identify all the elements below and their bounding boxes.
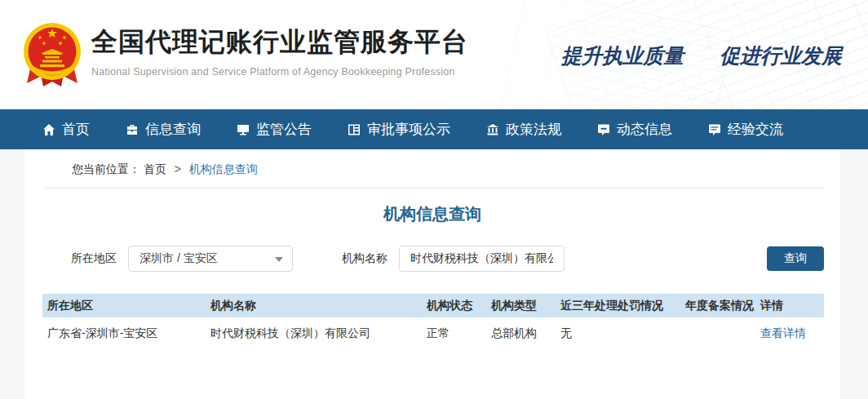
col-filing: 年度备案情况 [680,294,755,317]
national-emblem-logo [20,20,84,88]
region-select[interactable]: 深圳市 / 宝安区 [128,246,293,272]
col-region: 所在地区 [42,294,206,317]
nav-item-experience-exchange[interactable]: 经验交流 [708,120,783,139]
site-header: 全国代理记账行业监管服务平台 National Supervision and … [0,0,868,109]
view-detail-link[interactable]: 查看详情 [760,326,806,339]
nav-item-policies[interactable]: 政策法规 [486,120,561,139]
breadcrumb-separator: > [175,162,181,175]
cell-penalty: 无 [556,317,680,350]
region-select-value: 深圳市 / 宝安区 [140,251,218,266]
col-type: 机构类型 [486,294,556,317]
main-nav: 首页 信息查询 监管公告 审批事项公示 政策法规 动态信息 经验交流 [0,109,868,149]
nav-item-info-query[interactable]: 信息查询 [126,120,201,139]
page-title: 机构信息查询 [24,203,840,225]
cell-detail: 查看详情 [755,317,824,350]
search-form: 所在地区 深圳市 / 宝安区 机构名称 查询 [24,246,840,272]
bulletin-board-icon [348,123,361,136]
nav-item-dynamic-info[interactable]: 动态信息 [597,120,672,139]
cell-org-name: 时代财税科技（深圳）有限公司 [206,317,422,350]
bank-icon [486,123,499,136]
nav-item-supervision-notice[interactable]: 监管公告 [237,120,312,139]
table-row: 广东省-深圳市-宝安区 时代财税科技（深圳）有限公司 正常 总部机构 无 查看详… [42,317,824,350]
col-status: 机构状态 [422,294,486,317]
chevron-down-icon [275,257,283,262]
chat-bubble-icon [708,123,721,136]
site-subtitle: National Supervision and Service Platfor… [91,66,468,78]
cell-type: 总部机构 [486,317,556,350]
nav-item-home[interactable]: 首页 [42,120,90,139]
col-penalty: 近三年处理处罚情况 [556,294,680,317]
content-card: 您当前位置： 首页 > 机构信息查询 机构信息查询 所在地区 深圳市 / 宝安区… [24,149,840,399]
col-detail: 详情 [755,294,824,317]
org-name-label: 机构名称 [342,251,388,266]
comment-minus-icon [597,123,610,136]
org-name-input[interactable] [399,246,565,272]
slogan-left: 提升执业质量 [561,42,684,69]
breadcrumb-divider [45,188,824,188]
breadcrumb-current-link[interactable]: 机构信息查询 [189,162,258,175]
header-slogan: 提升执业质量 促进行业发展 [561,42,842,69]
breadcrumb: 您当前位置： 首页 > 机构信息查询 [24,149,840,188]
nav-item-approval-publicity[interactable]: 审批事项公示 [348,120,450,139]
search-button[interactable]: 查询 [767,246,824,271]
breadcrumb-prefix: 您当前位置： [72,162,140,175]
briefcase-icon [126,123,139,136]
col-org-name: 机构名称 [206,294,422,317]
table-header-row: 所在地区 机构名称 机构状态 机构类型 近三年处理处罚情况 年度备案情况 详情 [42,294,824,317]
site-title: 全国代理记账行业监管服务平台 [91,24,468,60]
cell-filing [680,317,755,350]
home-icon [42,123,55,136]
page-background: 您当前位置： 首页 > 机构信息查询 机构信息查询 所在地区 深圳市 / 宝安区… [0,149,868,399]
breadcrumb-home-link[interactable]: 首页 [144,162,166,175]
monitor-icon [237,123,250,136]
results-table: 所在地区 机构名称 机构状态 机构类型 近三年处理处罚情况 年度备案情况 详情 … [42,294,824,350]
cell-status: 正常 [422,317,486,350]
slogan-right: 促进行业发展 [720,42,842,69]
region-label: 所在地区 [71,251,117,266]
cell-region: 广东省-深圳市-宝安区 [42,317,206,350]
